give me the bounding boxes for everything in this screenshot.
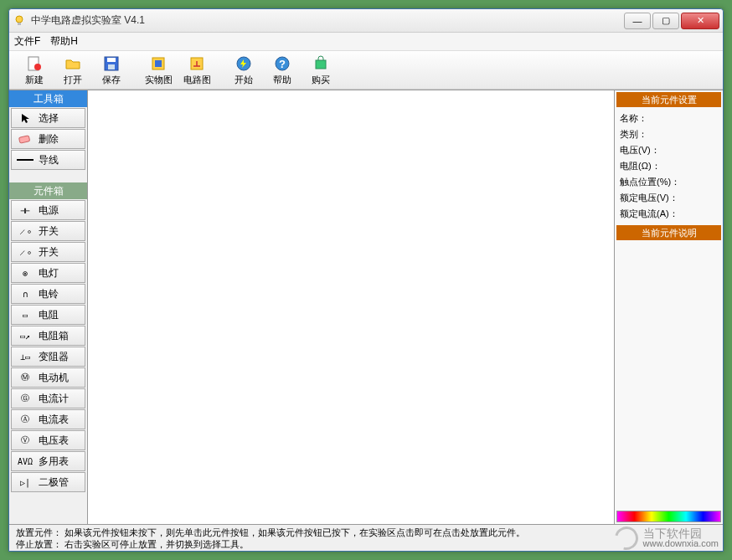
component-label: 电铃: [39, 287, 85, 301]
save-icon: [102, 54, 121, 73]
component-symbol-icon: Ⓜ: [12, 372, 39, 383]
cursor-icon: [12, 112, 39, 124]
component-电源[interactable]: ⊣⊢电源: [11, 200, 85, 220]
svg-rect-13: [316, 60, 326, 69]
component-电阻[interactable]: ▭电阻: [11, 305, 85, 325]
tool-选择[interactable]: 选择: [11, 108, 85, 128]
component-symbol-icon: AVΩ: [12, 457, 39, 466]
open-icon: [64, 54, 82, 73]
left-panel: 工具箱 选择删除导线 元件箱 ⊣⊢电源⟋∘开关⟋∘开关⊗电灯∩电铃▭电阻▭↗电阻…: [9, 90, 88, 524]
component-电阻箱[interactable]: ▭↗电阻箱: [11, 326, 85, 346]
watermark-url: www.downxia.com: [643, 538, 719, 548]
menubar: 文件F 帮助H: [9, 33, 723, 51]
menu-help[interactable]: 帮助H: [50, 34, 78, 49]
tool-导线[interactable]: 导线: [11, 150, 85, 170]
component-symbol-icon: ∩: [12, 290, 39, 299]
component-电铃[interactable]: ∩电铃: [11, 284, 85, 304]
open-button[interactable]: 打开: [54, 53, 91, 88]
help-icon: ?: [273, 54, 291, 73]
component-label: 电流计: [39, 392, 85, 406]
component-label: 电灯: [39, 266, 85, 280]
component-symbol-icon: ⟋∘: [12, 248, 39, 257]
properties-list: 名称： 类别： 电压(V)： 电阻(Ω)： 触点位置(%)： 额定电压(V)： …: [615, 109, 723, 223]
menu-file[interactable]: 文件F: [14, 34, 40, 49]
prop-rated-v: 额定电压(V)：: [620, 192, 718, 204]
buy-button[interactable]: 购买: [302, 53, 339, 88]
new-icon: [25, 54, 44, 73]
canvas[interactable]: [88, 90, 614, 524]
tool-删除[interactable]: 删除: [11, 129, 85, 149]
component-symbol-icon: Ⓥ: [12, 434, 39, 446]
tool-label: 选择: [39, 111, 85, 126]
app-window: 中学电路虚拟实验室 V4.1 — ▢ ✕ 文件F 帮助H 新建 打开 保存 实物…: [8, 8, 724, 552]
app-icon: [13, 14, 26, 28]
component-label: 电压表: [39, 434, 85, 448]
component-二极管[interactable]: ▷|二极管: [11, 472, 85, 492]
component-symbol-icon: ⟋∘: [12, 227, 39, 236]
component-label: 电阻箱: [39, 329, 85, 343]
component-symbol-icon: ▭↗: [12, 331, 39, 341]
component-电流表[interactable]: Ⓐ电流表: [11, 409, 85, 429]
component-变阻器[interactable]: ⊥▭变阻器: [11, 347, 85, 367]
eraser-icon: [12, 134, 39, 144]
status-line-2: 停止放置： 右击实验区可停止放置，并切换到选择工具。: [16, 538, 716, 550]
start-icon: [235, 54, 253, 73]
component-label: 电阻: [39, 308, 85, 322]
maximize-button[interactable]: ▢: [652, 13, 679, 29]
svg-rect-1: [18, 23, 21, 25]
watermark-cn: 当下软件园: [643, 528, 719, 538]
svg-text:?: ?: [279, 58, 286, 70]
component-电流计[interactable]: Ⓖ电流计: [11, 388, 85, 408]
right-panel: 当前元件设置 名称： 类别： 电压(V)： 电阻(Ω)： 触点位置(%)： 额定…: [614, 90, 723, 524]
component-symbol-icon: ⊗: [12, 269, 39, 278]
component-开关[interactable]: ⟋∘开关: [11, 242, 85, 262]
minimize-button[interactable]: —: [624, 13, 651, 29]
tool-label: 删除: [39, 132, 85, 146]
svg-point-3: [34, 64, 41, 70]
watermark-logo-icon: [610, 522, 642, 554]
circuit-view-icon: [188, 54, 206, 73]
component-多用表[interactable]: AVΩ多用表: [11, 451, 85, 471]
window-buttons: — ▢ ✕: [624, 13, 719, 29]
status-line-1: 放置元件： 如果该元件按钮未按下，则先单击此元件按钮，如果该元件按钮已按下，在实…: [16, 527, 716, 538]
component-label: 电流表: [39, 413, 85, 427]
new-button[interactable]: 新建: [16, 53, 53, 88]
component-电压表[interactable]: Ⓥ电压表: [11, 430, 85, 450]
prop-voltage: 电压(V)：: [620, 144, 718, 157]
real-view-icon: [149, 54, 168, 73]
component-symbol-icon: Ⓖ: [12, 393, 39, 404]
svg-rect-8: [155, 60, 162, 67]
prop-resistance: 电阻(Ω)：: [620, 160, 718, 172]
save-button[interactable]: 保存: [93, 53, 130, 88]
component-box-header: 元件箱: [9, 182, 87, 199]
component-symbol-icon: Ⓐ: [12, 414, 39, 425]
component-symbol-icon: ▭: [12, 311, 39, 320]
start-button[interactable]: 开始: [225, 53, 262, 88]
prop-rated-a: 额定电流(A)：: [620, 208, 718, 220]
component-电灯[interactable]: ⊗电灯: [11, 263, 85, 283]
circuit-view-button[interactable]: 电路图: [178, 53, 215, 88]
prop-contact: 触点位置(%)：: [620, 176, 718, 188]
component-label: 电动机: [39, 371, 85, 385]
help-button[interactable]: ? 帮助: [264, 53, 301, 88]
prop-type: 类别：: [620, 128, 718, 141]
prop-name: 名称：: [620, 112, 718, 125]
real-view-button[interactable]: 实物图: [140, 53, 177, 88]
tool-label: 导线: [39, 153, 85, 167]
component-label: 多用表: [39, 455, 85, 469]
component-开关[interactable]: ⟋∘开关: [11, 221, 85, 241]
desc-header: 当前元件说明: [616, 225, 721, 240]
close-button[interactable]: ✕: [681, 13, 719, 29]
settings-header: 当前元件设置: [616, 92, 721, 107]
svg-rect-14: [19, 136, 30, 143]
color-bar[interactable]: [616, 511, 721, 522]
component-电动机[interactable]: Ⓜ电动机: [11, 367, 85, 388]
component-symbol-icon: ⊥▭: [12, 352, 39, 362]
buy-icon: [312, 54, 330, 73]
toolbar: 新建 打开 保存 实物图 电路图 开始 ? 帮助 购买: [9, 51, 723, 90]
component-label: 电源: [39, 203, 85, 218]
svg-point-0: [16, 16, 23, 23]
titlebar[interactable]: 中学电路虚拟实验室 V4.1 — ▢ ✕: [9, 9, 723, 33]
svg-rect-6: [108, 64, 115, 69]
window-title: 中学电路虚拟实验室 V4.1: [31, 13, 624, 28]
